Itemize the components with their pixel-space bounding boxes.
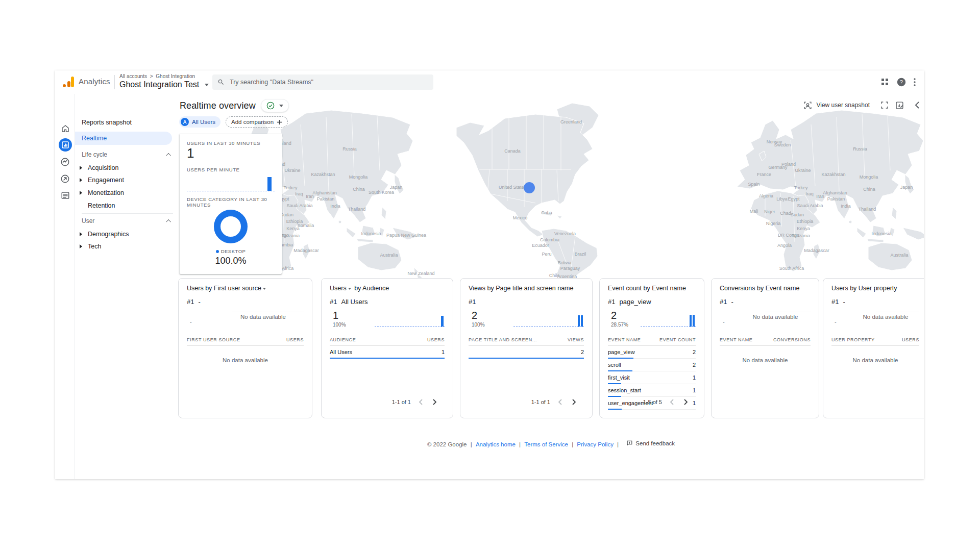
card-title[interactable]: Users by First user source (187, 285, 304, 292)
map-country-label: Pakistan (317, 196, 335, 202)
analytics-logo-icon[interactable] (63, 77, 75, 88)
all-users-chip[interactable]: A All Users (179, 116, 220, 128)
pagination-label: 1-1 of 1 (392, 399, 411, 405)
device-category-donut-chart[interactable] (214, 210, 248, 243)
nav-divider (82, 213, 173, 214)
top-rank-row: #1- (187, 298, 304, 306)
expand-caret-icon[interactable] (80, 244, 82, 248)
metric-percent: 28.57% (611, 322, 628, 328)
map-country-label: Venezuela (554, 231, 576, 236)
collapse-chevron-icon[interactable] (166, 219, 171, 224)
breadcrumb-property[interactable]: Ghost Integration (156, 73, 195, 79)
map-country-label: Madagascar (804, 248, 829, 253)
table-row[interactable]: scroll2 (608, 359, 696, 371)
row-value-bar (608, 409, 622, 410)
card-title[interactable]: Users by Audience (330, 285, 445, 292)
property-switcher[interactable]: Ghost Integration Test (119, 80, 209, 89)
header-divider (114, 75, 115, 89)
more-vertical-icon[interactable] (910, 77, 920, 87)
table-header: FIRST USER SOURCEUSERS (187, 337, 304, 346)
nav-section-life-cycle[interactable]: Life cycle (75, 149, 178, 160)
row-value-bar (469, 358, 584, 359)
table-row[interactable]: first_visit1 (608, 371, 696, 384)
map-country-label: Paraguay (560, 266, 580, 271)
send-feedback-button[interactable]: Send feedback (626, 440, 675, 446)
collapse-chevron-icon[interactable] (166, 153, 171, 158)
sparkline[interactable] (513, 312, 584, 327)
search-input[interactable] (230, 79, 428, 86)
nav-item-acquisition[interactable]: Acquisition (75, 162, 178, 174)
add-comparison-chip[interactable]: Add comparison (226, 116, 288, 128)
edit-report-icon[interactable] (894, 100, 904, 110)
nav-item-monetization[interactable]: Monetization (75, 187, 178, 199)
audience-avatar: A (181, 118, 189, 126)
previous-page-icon[interactable] (555, 397, 565, 407)
card-title[interactable]: Conversions by Event name (720, 285, 811, 292)
card-users-by-audience: Users by Audience #1All Users 1 100% (321, 278, 453, 418)
nav-item-reports-snapshot[interactable]: Reports snapshot (75, 116, 178, 129)
card-title[interactable]: Users by User property (831, 285, 919, 292)
table-row[interactable]: session_start1 (608, 384, 696, 397)
user-snapshot-icon[interactable] (802, 100, 813, 110)
world-map[interactable]: RussiaKazakhstanMongoliaChinaJapanSouth … (178, 94, 924, 281)
device-category-label: DEVICE CATEGORY IN LAST 30 MINUTES (187, 196, 282, 208)
explore-icon[interactable] (55, 155, 75, 168)
previous-page-icon[interactable] (416, 397, 425, 407)
view-user-snapshot-button[interactable]: View user snapshot (816, 102, 870, 109)
users-per-minute-label: USERS PER MINUTE (187, 167, 240, 172)
next-page-icon[interactable] (430, 397, 439, 407)
breadcrumb-account[interactable]: All accounts (119, 73, 147, 79)
help-icon[interactable]: ? (896, 77, 906, 87)
nav-item-tech[interactable]: Tech (75, 240, 178, 253)
next-page-icon[interactable] (570, 397, 579, 407)
analytics-home-link[interactable]: Analytics home (476, 441, 516, 447)
nav-item-engagement[interactable]: Engagement (75, 174, 178, 186)
home-icon[interactable] (55, 122, 75, 135)
users-per-minute-chart[interactable] (187, 175, 275, 191)
nav-item-realtime[interactable]: Realtime (75, 132, 172, 145)
fullscreen-icon[interactable] (879, 100, 890, 110)
next-page-icon[interactable] (681, 397, 691, 407)
library-icon[interactable] (55, 189, 75, 202)
nav-item-label: Engagement (88, 177, 124, 184)
card-title[interactable]: Event count by Event name (608, 285, 696, 292)
nav-item-label: Tech (88, 243, 101, 250)
expand-caret-icon[interactable] (80, 166, 82, 170)
map-country-label: Kazakhstan (311, 172, 335, 177)
map-country-label: Spain (748, 182, 760, 187)
sparkline[interactable] (641, 312, 696, 327)
property-title[interactable]: Ghost Integration Test (119, 80, 199, 89)
pagination-label: 1-1 of 1 (531, 399, 550, 405)
table-row[interactable]: 2 (469, 346, 584, 359)
table-row[interactable]: page_view2 (608, 346, 696, 359)
nav-item-demographics[interactable]: Demographics (75, 228, 178, 240)
expand-caret-icon[interactable] (80, 178, 82, 182)
privacy-policy-link[interactable]: Privacy Policy (577, 441, 614, 447)
map-country-label: Russia (342, 146, 357, 152)
legend-dot (216, 250, 219, 253)
map-country-label: Niger (764, 209, 775, 214)
apps-grid-icon[interactable] (880, 77, 890, 87)
map-country-label: Mexico (513, 215, 528, 220)
collapse-panel-chevron-icon[interactable] (912, 100, 922, 110)
map-country-label: Turkey (794, 185, 807, 190)
nav-item-label: Reports snapshot (82, 119, 132, 126)
map-country-label: Turkey (283, 185, 297, 190)
data-quality-badge[interactable] (261, 99, 289, 112)
previous-page-icon[interactable] (667, 397, 676, 407)
terms-of-service-link[interactable]: Terms of Service (524, 441, 568, 447)
nav-section-user[interactable]: User (75, 215, 178, 227)
search-bar[interactable] (212, 74, 433, 90)
map-country-label: China (863, 187, 875, 192)
advertising-icon[interactable] (55, 172, 75, 185)
table-row[interactable]: All Users1 (330, 346, 445, 359)
map-country-label: India (841, 204, 851, 209)
expand-caret-icon[interactable] (80, 191, 82, 195)
sparkline[interactable] (375, 312, 445, 327)
expand-caret-icon[interactable] (80, 232, 82, 236)
card-title[interactable]: Views by Page title and screen name (469, 285, 584, 292)
reports-icon[interactable] (55, 138, 75, 152)
nav-item-retention[interactable]: Retention (75, 199, 178, 212)
breadcrumb[interactable]: All accounts > Ghost Integration (119, 73, 195, 79)
map-country-label: South Korea (369, 190, 394, 195)
